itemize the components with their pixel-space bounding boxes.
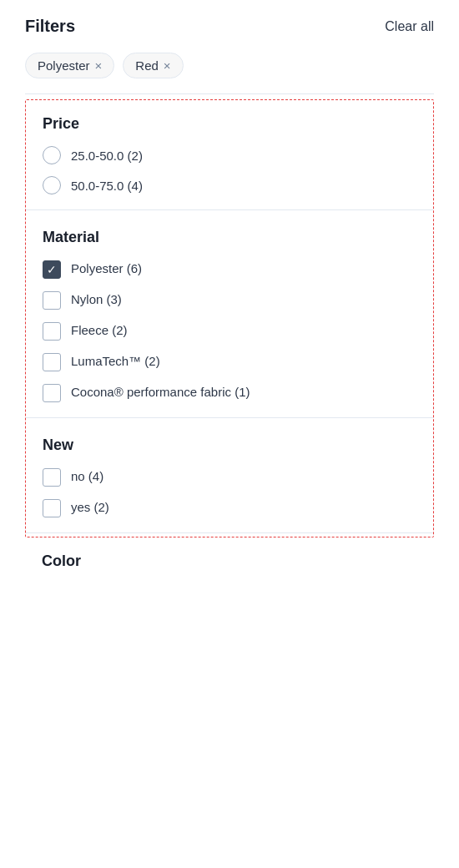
- price-section: Price 25.0-50.0 (2) 50.0-75.0 (4): [26, 100, 433, 206]
- filter-tag-label: Polyester: [38, 58, 90, 73]
- clear-all-button[interactable]: Clear all: [385, 19, 434, 34]
- material-label-lumatech: LumaTech™ (2): [71, 352, 160, 370]
- filter-tag-red: Red ×: [123, 53, 183, 78]
- checkbox-nylon: [43, 291, 61, 310]
- color-section: Color: [25, 537, 434, 595]
- material-options: ✓ Polyester (6) Nylon (3) Fleece (2) Lum…: [43, 260, 416, 402]
- checkbox-cocona: [43, 384, 61, 402]
- new-options: no (4) yes (2): [43, 467, 416, 517]
- material-section: Material ✓ Polyester (6) Nylon (3) Fleec…: [26, 214, 433, 414]
- color-section-title: Color: [42, 553, 417, 570]
- checkmark-icon: ✓: [47, 264, 57, 275]
- new-color-divider: [26, 532, 433, 533]
- price-option-1[interactable]: 25.0-50.0 (2): [43, 146, 416, 164]
- checkbox-yes: [43, 499, 61, 517]
- material-option-lumatech[interactable]: LumaTech™ (2): [43, 352, 416, 371]
- material-label-nylon: Nylon (3): [71, 290, 122, 308]
- price-label-1: 25.0-50.0 (2): [71, 149, 143, 163]
- price-label-2: 50.0-75.0 (4): [71, 179, 143, 193]
- new-section-title: New: [43, 437, 416, 454]
- header: Filters Clear all: [25, 17, 434, 36]
- checkbox-polyester: ✓: [43, 260, 61, 279]
- material-label-cocona: Cocona® performance fabric (1): [71, 383, 250, 401]
- filter-tag-polyester: Polyester ×: [25, 53, 114, 78]
- price-options: 25.0-50.0 (2) 50.0-75.0 (4): [43, 146, 416, 194]
- material-label-fleece: Fleece (2): [71, 321, 128, 339]
- remove-red-button[interactable]: ×: [164, 59, 171, 72]
- top-divider: [25, 93, 434, 94]
- active-filters: Polyester × Red ×: [25, 53, 434, 78]
- page-container: Filters Clear all Polyester × Red × Pric…: [0, 0, 459, 612]
- checkbox-fleece: [43, 322, 61, 341]
- remove-polyester-button[interactable]: ×: [95, 59, 103, 72]
- price-option-2[interactable]: 50.0-75.0 (4): [43, 176, 416, 194]
- price-material-divider: [26, 209, 433, 210]
- new-section: New no (4) yes (2): [26, 421, 433, 529]
- new-option-yes[interactable]: yes (2): [43, 498, 416, 517]
- material-label-polyester: Polyester (6): [71, 260, 142, 277]
- material-option-cocona[interactable]: Cocona® performance fabric (1): [43, 383, 416, 402]
- filter-tag-label: Red: [135, 58, 159, 73]
- new-label-yes: yes (2): [71, 498, 109, 516]
- material-option-fleece[interactable]: Fleece (2): [43, 321, 416, 341]
- filter-box: Price 25.0-50.0 (2) 50.0-75.0 (4) Materi…: [25, 99, 434, 537]
- material-new-divider: [26, 417, 433, 418]
- radio-circle-1: [43, 146, 61, 164]
- material-option-polyester[interactable]: ✓ Polyester (6): [43, 260, 416, 279]
- new-option-no[interactable]: no (4): [43, 467, 416, 487]
- new-label-no: no (4): [71, 467, 103, 485]
- radio-circle-2: [43, 176, 61, 194]
- material-option-nylon[interactable]: Nylon (3): [43, 290, 416, 310]
- checkbox-lumatech: [43, 353, 61, 371]
- page-title: Filters: [25, 17, 75, 36]
- checkbox-no: [43, 468, 61, 487]
- material-section-title: Material: [43, 229, 416, 246]
- price-section-title: Price: [43, 115, 416, 133]
